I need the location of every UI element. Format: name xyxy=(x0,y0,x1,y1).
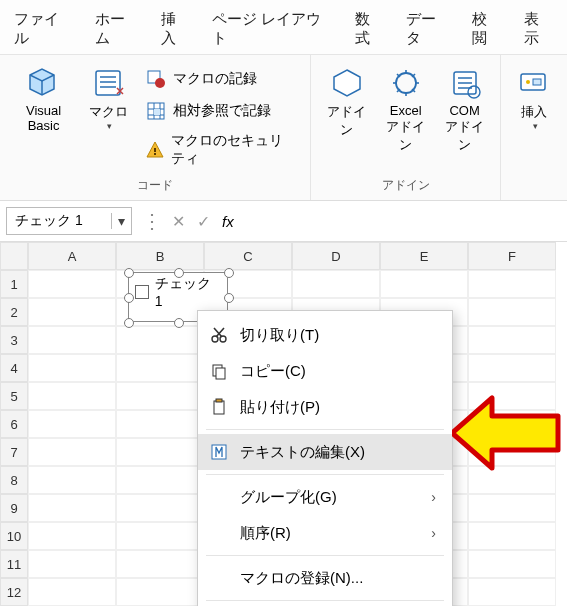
cell[interactable] xyxy=(116,578,204,606)
separator xyxy=(206,600,444,601)
cell[interactable] xyxy=(468,550,556,578)
paste-icon xyxy=(208,396,230,418)
addins-button[interactable]: アドイン xyxy=(317,61,376,141)
cell[interactable] xyxy=(292,270,380,298)
ctx-assign-macro[interactable]: マクロの登録(N)... xyxy=(198,560,452,596)
row-header[interactable]: 2 xyxy=(0,298,28,326)
ctx-cut[interactable]: 切り取り(T) xyxy=(198,317,452,353)
menu-file[interactable]: ファイル xyxy=(4,6,83,52)
cell[interactable] xyxy=(468,522,556,550)
cell[interactable] xyxy=(116,326,204,354)
cell[interactable] xyxy=(116,354,204,382)
cell[interactable] xyxy=(380,270,468,298)
cell[interactable] xyxy=(468,326,556,354)
cell[interactable] xyxy=(28,382,116,410)
cell[interactable] xyxy=(28,466,116,494)
menu-layout[interactable]: ページ レイアウト xyxy=(202,6,343,52)
cell[interactable] xyxy=(116,522,204,550)
row-header[interactable]: 11 xyxy=(0,550,28,578)
column-header[interactable]: C xyxy=(204,242,292,270)
row-header[interactable]: 5 xyxy=(0,382,28,410)
cell[interactable] xyxy=(468,494,556,522)
cell[interactable] xyxy=(28,550,116,578)
column-header[interactable]: A xyxy=(28,242,116,270)
macro-security-button[interactable]: マクロのセキュリティ xyxy=(139,129,300,171)
column-header[interactable]: D xyxy=(292,242,380,270)
row-header[interactable]: 10 xyxy=(0,522,28,550)
record-macro-button[interactable]: マクロの記録 xyxy=(139,65,300,93)
ctx-order[interactable]: 順序(R) › xyxy=(198,515,452,551)
cell[interactable] xyxy=(468,578,556,606)
context-menu: 切り取り(T) コピー(C) 貼り付け(P) xyxy=(197,310,453,606)
cell[interactable] xyxy=(116,410,204,438)
cell[interactable] xyxy=(116,438,204,466)
excel-addins-label: Excel アドイン xyxy=(382,103,429,154)
cell[interactable] xyxy=(468,270,556,298)
select-all-corner[interactable] xyxy=(0,242,28,270)
formula-bar: ▾ ⋮ ✕ ✓ fx xyxy=(0,201,567,242)
cell[interactable] xyxy=(116,466,204,494)
row-header[interactable]: 1 xyxy=(0,270,28,298)
cell[interactable] xyxy=(468,298,556,326)
checkbox-box[interactable] xyxy=(135,285,149,299)
ctx-paste[interactable]: 貼り付け(P) xyxy=(198,389,452,425)
ctx-group[interactable]: グループ化(G) › xyxy=(198,479,452,515)
cell[interactable] xyxy=(28,494,116,522)
svg-rect-5 xyxy=(154,148,156,152)
svg-rect-0 xyxy=(96,71,120,95)
row-header[interactable]: 3 xyxy=(0,326,28,354)
row-header[interactable]: 9 xyxy=(0,494,28,522)
cell[interactable] xyxy=(28,438,116,466)
menu-review[interactable]: 校閲 xyxy=(462,6,511,52)
svg-rect-6 xyxy=(154,153,156,155)
name-box-input[interactable] xyxy=(7,213,111,229)
row-header[interactable]: 8 xyxy=(0,466,28,494)
com-addins-button[interactable]: COM アドイン xyxy=(435,61,494,156)
ctx-copy-label: コピー(C) xyxy=(240,362,440,381)
cell[interactable] xyxy=(116,494,204,522)
relative-ref-button[interactable]: 相対参照で記録 xyxy=(139,97,300,125)
spreadsheet-grid: ABCDEF123456789101112 チェック 1 切り取り(T) xyxy=(0,242,567,606)
excel-addins-button[interactable]: Excel アドイン xyxy=(376,61,435,156)
svg-rect-25 xyxy=(216,368,225,379)
name-box[interactable]: ▾ xyxy=(6,207,132,235)
column-header[interactable]: F xyxy=(468,242,556,270)
cell[interactable] xyxy=(28,298,116,326)
menu-formula[interactable]: 数式 xyxy=(345,6,394,52)
cancel-icon[interactable]: ✕ xyxy=(166,212,191,231)
cell[interactable] xyxy=(28,522,116,550)
ctx-copy[interactable]: コピー(C) xyxy=(198,353,452,389)
menu-view[interactable]: 表示 xyxy=(514,6,563,52)
com-addins-label: COM アドイン xyxy=(441,103,488,154)
fx-icon[interactable]: fx xyxy=(216,213,240,230)
column-header[interactable]: E xyxy=(380,242,468,270)
relative-ref-icon xyxy=(145,100,167,122)
menu-data[interactable]: データ xyxy=(396,6,460,52)
menu-insert[interactable]: 挿入 xyxy=(151,6,200,52)
ribbon-group-addins: アドイン Excel アドイン xyxy=(311,55,501,200)
ribbon: Visual Basic マクロ ▾ xyxy=(0,55,567,201)
menu-home[interactable]: ホーム xyxy=(85,6,149,52)
row-header[interactable]: 6 xyxy=(0,410,28,438)
cell[interactable] xyxy=(116,550,204,578)
macros-button[interactable]: マクロ ▾ xyxy=(81,61,135,133)
ctx-edit-text[interactable]: テキストの編集(X) xyxy=(198,434,452,470)
macros-icon xyxy=(90,65,126,101)
cell[interactable] xyxy=(28,270,116,298)
cell[interactable] xyxy=(468,354,556,382)
confirm-icon[interactable]: ✓ xyxy=(191,212,216,231)
row-header[interactable]: 7 xyxy=(0,438,28,466)
name-box-dropdown[interactable]: ▾ xyxy=(111,213,131,229)
cell[interactable] xyxy=(28,410,116,438)
ctx-assign-macro-label: マクロの登録(N)... xyxy=(240,569,440,588)
visual-basic-button[interactable]: Visual Basic xyxy=(6,61,81,135)
svg-rect-27 xyxy=(216,399,222,402)
cell[interactable] xyxy=(116,382,204,410)
cell[interactable] xyxy=(28,326,116,354)
insert-controls-button[interactable]: 挿入 ▾ xyxy=(507,61,561,133)
column-header[interactable]: B xyxy=(116,242,204,270)
cell[interactable] xyxy=(28,354,116,382)
row-header[interactable]: 4 xyxy=(0,354,28,382)
row-header[interactable]: 12 xyxy=(0,578,28,606)
cell[interactable] xyxy=(28,578,116,606)
